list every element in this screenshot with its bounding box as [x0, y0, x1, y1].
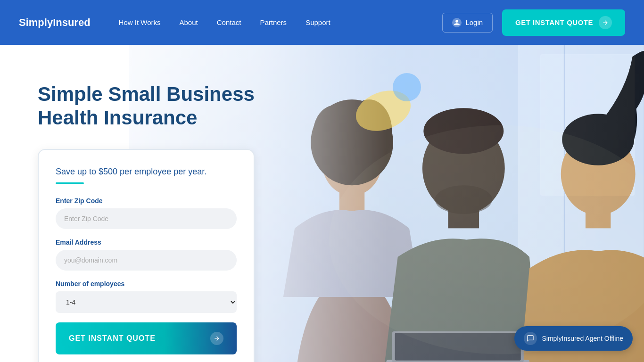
- get-quote-label: GET INSTANT QUOTE: [69, 334, 156, 343]
- nav-quote-arrow: [599, 16, 612, 29]
- logo-simply: Simply: [19, 16, 53, 28]
- login-button[interactable]: Login: [442, 13, 493, 33]
- decor-blob-2: [393, 73, 421, 101]
- nav-quote-label: GET INSTANT QUOTE: [515, 18, 593, 26]
- employees-select[interactable]: 1-4 5-9 10-24 25-49 50+: [56, 291, 237, 313]
- nav-quote-button[interactable]: GET INSTANT QUOTE: [502, 9, 625, 36]
- nav-support[interactable]: Support: [305, 18, 330, 26]
- user-icon: [452, 18, 462, 27]
- employees-group: Number of employees 1-4 5-9 10-24 25-49 …: [56, 280, 237, 313]
- hero-title: Simple Small Business Health Insurance: [38, 82, 273, 130]
- get-quote-arrow: [210, 332, 223, 345]
- hero-content: Simple Small Business Health Insurance S…: [0, 45, 292, 362]
- navbar: SimplyInsured How It Works About Contact…: [0, 0, 644, 45]
- chat-widget[interactable]: SimplyInsured Agent Offline: [514, 326, 633, 351]
- nav-about[interactable]: About: [180, 18, 198, 26]
- login-label: Login: [465, 18, 483, 26]
- hero-title-line2: Health Insurance: [38, 107, 197, 129]
- zip-label: Enter Zip Code: [56, 197, 237, 205]
- hero-title-line1: Simple Small Business: [38, 83, 255, 105]
- zip-input[interactable]: [56, 208, 237, 229]
- email-input[interactable]: [56, 250, 237, 271]
- employees-label: Number of employees: [56, 280, 237, 288]
- zip-code-group: Enter Zip Code: [56, 197, 237, 229]
- nav-how-it-works[interactable]: How It Works: [119, 18, 161, 26]
- card-divider: [56, 182, 84, 184]
- navbar-right: Login GET INSTANT QUOTE: [442, 9, 625, 36]
- email-label: Email Address: [56, 239, 237, 246]
- hero-section: Simple Small Business Health Insurance S…: [0, 45, 644, 362]
- email-group: Email Address: [56, 239, 237, 271]
- chat-label: SimplyInsured Agent Offline: [542, 335, 623, 342]
- nav-contact[interactable]: Contact: [217, 18, 241, 26]
- logo-insured: Insured: [53, 16, 90, 28]
- nav-partners[interactable]: Partners: [260, 18, 287, 26]
- logo[interactable]: SimplyInsured: [19, 16, 91, 29]
- get-quote-button[interactable]: GET INSTANT QUOTE: [56, 322, 237, 354]
- quote-card: Save up to $500 per employee per year. E…: [38, 149, 255, 362]
- card-subtitle: Save up to $500 per employee per year.: [56, 167, 237, 177]
- chat-icon: [524, 332, 537, 345]
- nav-links: How It Works About Contact Partners Supp…: [119, 18, 443, 26]
